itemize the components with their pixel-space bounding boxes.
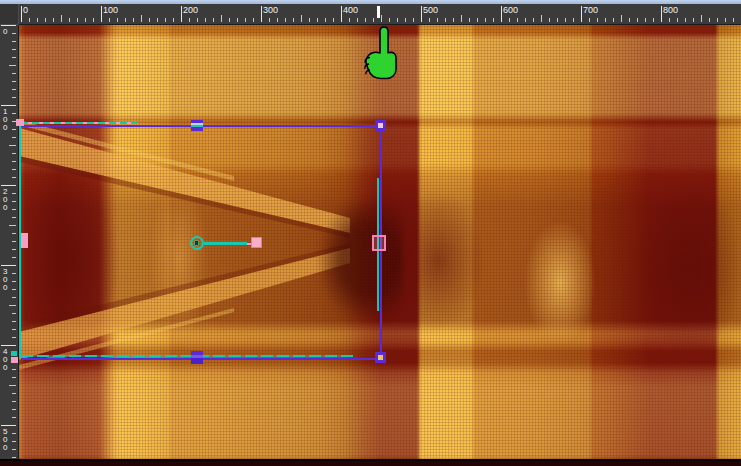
ruler-tick xyxy=(77,18,78,22)
ruler-label: 600 xyxy=(503,5,518,15)
ruler-tick xyxy=(12,209,16,210)
ruler-tick xyxy=(693,18,694,22)
rotation-arm-line xyxy=(204,242,247,245)
ruler-major-tick xyxy=(581,6,582,22)
ruler-tick xyxy=(229,18,230,22)
ruler-tick xyxy=(12,113,16,114)
ruler-tick xyxy=(677,18,678,22)
ruler-tick xyxy=(725,18,726,22)
ruler-tick xyxy=(61,15,62,22)
handle-bottom-middle[interactable] xyxy=(191,351,203,364)
ruler-tick xyxy=(221,15,222,22)
ruler-label: 700 xyxy=(583,5,598,15)
ruler-tick xyxy=(9,305,16,306)
ruler-tick xyxy=(12,153,16,154)
ruler-tick xyxy=(621,15,622,22)
ruler-major-tick xyxy=(1,25,16,26)
ruler-label: 300 xyxy=(263,5,278,15)
ruler-tick xyxy=(381,15,382,22)
ruler-label: 0 xyxy=(3,28,7,36)
tunnel-vanishing-dark-spot xyxy=(319,200,403,320)
ruler-tick xyxy=(12,289,16,290)
inner-selection-bottom[interactable] xyxy=(21,355,353,357)
ruler-tick xyxy=(173,18,174,22)
ruler-tick xyxy=(717,18,718,22)
ruler-tick xyxy=(9,225,16,226)
canvas-dark-region-left xyxy=(19,175,119,345)
ruler-tick xyxy=(37,18,38,22)
ruler-major-tick xyxy=(1,345,16,346)
ruler-label: 500 xyxy=(423,5,438,15)
ruler-major-tick xyxy=(1,425,16,426)
ruler-tick xyxy=(237,18,238,22)
handle-left-top[interactable] xyxy=(16,119,24,126)
ruler-tick xyxy=(12,297,16,298)
ruler-tick xyxy=(301,15,302,22)
ruler-tick xyxy=(12,241,16,242)
ruler-tick xyxy=(93,18,94,22)
ruler-tick xyxy=(685,18,686,22)
ruler-tick xyxy=(493,18,494,22)
ruler-tick xyxy=(133,18,134,22)
handle-top-middle[interactable] xyxy=(191,120,203,131)
ruler-major-tick xyxy=(421,6,422,22)
ruler-tick xyxy=(365,18,366,22)
ruler-tick xyxy=(12,97,16,98)
ruler-tick xyxy=(149,18,150,22)
handle-left-middle[interactable] xyxy=(21,233,28,248)
ruler-major-tick xyxy=(101,6,102,22)
vertical-ruler[interactable]: 0100200300400500 xyxy=(0,25,19,459)
horizontal-ruler[interactable]: 0100200300400500600700800 xyxy=(19,4,741,25)
handle-top-right[interactable] xyxy=(375,120,386,131)
ruler-tick xyxy=(317,18,318,22)
rotation-arm-handle[interactable] xyxy=(251,237,262,248)
ruler-tick xyxy=(597,18,598,22)
ruler-tick xyxy=(12,201,16,202)
ruler-major-tick xyxy=(501,6,502,22)
ruler-tick xyxy=(12,137,16,138)
ruler-tick xyxy=(429,18,430,22)
ruler-tick xyxy=(12,57,16,58)
bottom-status-strip xyxy=(0,459,741,466)
ruler-tick xyxy=(12,177,16,178)
handle-right-middle[interactable] xyxy=(372,235,386,251)
ruler-tick xyxy=(533,18,534,22)
ruler-major-tick xyxy=(661,6,662,22)
handle-bottom-right[interactable] xyxy=(375,352,386,363)
rotation-center[interactable] xyxy=(190,236,204,250)
ruler-tick xyxy=(309,18,310,22)
ruler-tick xyxy=(12,161,16,162)
ruler-label: 800 xyxy=(663,5,678,15)
ruler-tick xyxy=(245,18,246,22)
ruler-tick xyxy=(12,401,16,402)
ruler-tick xyxy=(269,18,270,22)
ruler-tick xyxy=(709,18,710,22)
ruler-tick xyxy=(9,145,16,146)
ruler-tick xyxy=(565,18,566,22)
ruler-tick xyxy=(12,409,16,410)
handle-bottom-left-pink[interactable] xyxy=(11,357,18,363)
ruler-corner-box xyxy=(0,4,19,25)
ruler-tick xyxy=(12,49,16,50)
ruler-tick xyxy=(541,15,542,22)
ruler-label: 0 xyxy=(23,5,28,15)
ruler-position-marker xyxy=(377,6,380,18)
canvas-dark-region-right xyxy=(634,185,741,350)
ruler-tick xyxy=(613,18,614,22)
ruler-tick xyxy=(277,18,278,22)
ruler-tick xyxy=(165,18,166,22)
ruler-label: 100 xyxy=(103,5,118,15)
ruler-tick xyxy=(12,337,16,338)
inner-selection-top[interactable] xyxy=(21,122,137,124)
ruler-tick xyxy=(157,18,158,22)
ruler-tick xyxy=(733,18,734,22)
handle-bottom-left-teal[interactable] xyxy=(11,351,17,356)
ruler-tick xyxy=(645,18,646,22)
ruler-tick xyxy=(485,18,486,22)
ruler-major-tick xyxy=(1,185,16,186)
ruler-tick xyxy=(12,129,16,130)
ruler-tick xyxy=(12,377,16,378)
ruler-tick xyxy=(333,18,334,22)
ruler-tick xyxy=(669,18,670,22)
ruler-tick xyxy=(461,15,462,22)
